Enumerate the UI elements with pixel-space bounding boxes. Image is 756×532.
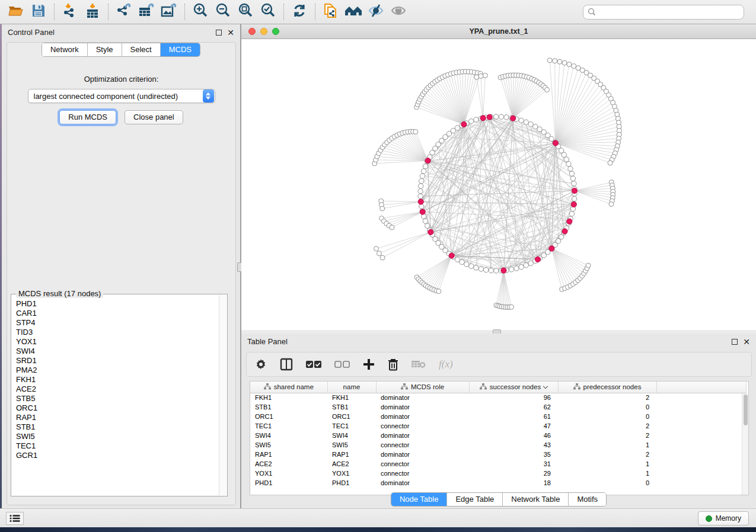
task-history-button[interactable] — [6, 512, 24, 525]
graph-node[interactable] — [533, 124, 538, 129]
column-header-shared-name[interactable]: shared name — [250, 382, 327, 393]
cell-succ[interactable]: 96 — [469, 393, 558, 402]
export-table-button[interactable] — [135, 2, 158, 22]
export-image-button[interactable] — [158, 2, 180, 22]
graph-node[interactable] — [572, 196, 577, 201]
cell-role[interactable]: dominator — [376, 393, 469, 402]
graph-hub-node[interactable] — [420, 209, 425, 214]
graph-node[interactable] — [422, 169, 426, 174]
graph-node[interactable] — [569, 171, 574, 176]
graph-leaf-node[interactable] — [436, 289, 441, 294]
graph-hub-node[interactable] — [501, 268, 506, 273]
graph-node[interactable] — [469, 119, 474, 124]
graph-node[interactable] — [494, 114, 499, 119]
memory-button[interactable]: Memory — [698, 511, 749, 525]
mcds-result-item[interactable]: YOX1 — [16, 337, 219, 347]
function-builder-button[interactable]: f(x) — [439, 358, 453, 370]
cell-shared[interactable]: TEC1 — [250, 421, 327, 431]
graph-node[interactable] — [460, 259, 464, 264]
graph-node[interactable] — [564, 157, 569, 162]
cell-succ[interactable]: 46 — [469, 431, 558, 440]
copy-style-button[interactable] — [320, 2, 342, 22]
graph-node[interactable] — [423, 164, 428, 169]
select-all-columns-button[interactable] — [306, 360, 321, 368]
graph-node[interactable] — [509, 267, 513, 272]
mcds-result-item[interactable]: RAP1 — [16, 413, 219, 422]
show-graphics-details-button[interactable] — [387, 2, 410, 22]
graph-node[interactable] — [568, 166, 573, 171]
graph-hub-node[interactable] — [562, 229, 567, 234]
cell-role[interactable]: dominator — [376, 431, 469, 440]
graph-hub-node[interactable] — [480, 116, 486, 121]
mcds-result-item[interactable]: ORC1 — [16, 403, 219, 413]
delete-table-button[interactable] — [412, 360, 426, 369]
graph-node[interactable] — [566, 162, 571, 166]
cell-succ[interactable]: 31 — [469, 459, 558, 469]
cell-succ[interactable]: 35 — [469, 450, 558, 459]
graph-hub-node[interactable] — [461, 121, 467, 127]
cell-pred[interactable]: 1 — [558, 440, 656, 450]
mcds-result-item[interactable]: SWI5 — [16, 432, 219, 441]
graph-hub-node[interactable] — [425, 158, 430, 164]
graph-hub-node[interactable] — [487, 114, 492, 120]
cell-role[interactable]: connector — [376, 421, 469, 431]
graph-leaf-node[interactable] — [572, 63, 576, 68]
cell-succ[interactable]: 18 — [469, 478, 558, 488]
cell-name[interactable]: STB1 — [327, 402, 376, 412]
graph-node[interactable] — [418, 184, 423, 188]
cell-shared[interactable]: YOX1 — [250, 469, 327, 478]
graph-hub-node[interactable] — [418, 199, 423, 204]
close-panel-icon[interactable]: ✕ — [227, 30, 234, 36]
graph-leaf-node[interactable] — [553, 59, 557, 63]
graph-node[interactable] — [479, 267, 483, 271]
zoom-in-button[interactable] — [189, 2, 212, 22]
graph-node[interactable] — [572, 181, 576, 186]
zoom-out-button[interactable] — [212, 2, 234, 22]
cell-pred[interactable]: 2 — [558, 393, 656, 402]
graph-hub-node[interactable] — [567, 219, 572, 224]
zoom-selected-button[interactable] — [257, 2, 279, 22]
table-row[interactable]: FKH1FKH1dominator962 — [250, 393, 746, 402]
cell-shared[interactable]: FKH1 — [250, 393, 327, 402]
first-neighbors-button[interactable] — [342, 2, 365, 22]
graph-node[interactable] — [504, 115, 509, 120]
graph-hub-node[interactable] — [571, 201, 576, 207]
node-table-grid[interactable]: shared namenameMCDS rolesuccessor nodesp… — [250, 382, 747, 488]
open-session-button[interactable] — [5, 2, 27, 22]
graph-leaf-node[interactable] — [374, 246, 378, 251]
mcds-result-item[interactable]: STB5 — [16, 394, 219, 403]
graph-leaf-node[interactable] — [479, 73, 483, 78]
graph-leaf-node[interactable] — [609, 202, 614, 207]
graph-leaf-node[interactable] — [608, 161, 613, 165]
graph-leaf-node[interactable] — [483, 73, 487, 78]
cell-shared[interactable]: ORC1 — [250, 412, 327, 421]
cell-name[interactable]: ORC1 — [327, 412, 376, 421]
network-canvas[interactable] — [241, 39, 756, 330]
cell-shared[interactable]: STB1 — [250, 402, 327, 412]
import-network-button[interactable] — [59, 2, 81, 22]
cell-pred[interactable]: 0 — [558, 402, 656, 412]
float-table-panel-icon[interactable] — [732, 339, 738, 345]
graph-node[interactable] — [419, 178, 424, 183]
mcds-result-item[interactable]: PMA2 — [16, 366, 219, 375]
graph-node[interactable] — [420, 174, 425, 178]
graph-leaf-node[interactable] — [562, 60, 567, 65]
mcds-result-item[interactable]: PHD1 — [16, 299, 219, 309]
cell-pred[interactable]: 2 — [558, 421, 656, 431]
graph-leaf-node[interactable] — [380, 206, 385, 211]
graph-hub-node[interactable] — [449, 253, 454, 258]
save-session-button[interactable] — [27, 2, 50, 22]
graph-hub-node[interactable] — [428, 229, 433, 235]
graph-node[interactable] — [425, 223, 430, 228]
graph-node[interactable] — [464, 262, 469, 267]
graph-node[interactable] — [570, 176, 575, 181]
graph-node[interactable] — [528, 261, 533, 265]
graph-node[interactable] — [528, 122, 533, 127]
cell-pred[interactable]: 1 — [558, 469, 656, 478]
cell-role[interactable]: dominator — [376, 450, 469, 459]
graph-leaf-node[interactable] — [557, 59, 562, 64]
cell-role[interactable]: dominator — [376, 412, 469, 421]
cell-pred[interactable]: 2 — [558, 431, 656, 440]
float-panel-icon[interactable] — [216, 30, 222, 36]
tab-motifs[interactable]: Motifs — [569, 493, 606, 506]
